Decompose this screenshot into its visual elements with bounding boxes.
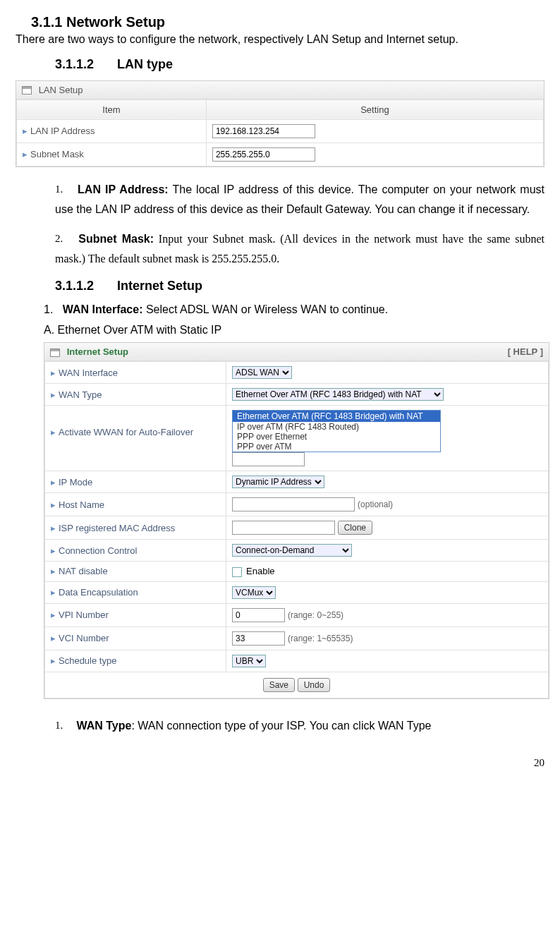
lan-mask-label: Subnet Mask (30, 149, 84, 159)
col-item-header: Item (17, 99, 207, 119)
sched-label: Schedule type (59, 655, 116, 666)
undo-button[interactable]: Undo (298, 678, 331, 692)
bullet-text: WAN Type: WAN connection type of your IS… (76, 720, 431, 732)
bullet-strong: WAN Type (76, 720, 131, 732)
row-wan-interface: ▸WAN Interface ADSL WAN (45, 362, 549, 384)
sched-select[interactable]: UBR (232, 655, 266, 667)
internet-subheading: 3.1.1.2 Internet Setup (55, 279, 544, 293)
arrow-icon: ▸ (51, 477, 56, 487)
wan-type-select[interactable]: Ethernet Over ATM (RFC 1483 Bridged) wit… (232, 388, 444, 401)
lan-ip-input[interactable] (212, 124, 315, 138)
clone-button[interactable]: Clone (338, 521, 372, 535)
host-hint: (optional) (358, 499, 393, 509)
wwan-extra-input[interactable] (232, 452, 305, 466)
row-ip-mode: ▸IP Mode Dynamic IP Address (45, 471, 549, 493)
vci-input[interactable] (232, 631, 285, 646)
bullet-strong: LAN IP Address: (78, 183, 169, 195)
bullet-body: : WAN connection type of your ISP. You c… (131, 720, 431, 732)
bullet-text: Subnet Mask: Input your Subnet mask. (Al… (55, 233, 544, 265)
row-data-encap: ▸Data Encapsulation VCMux (45, 581, 549, 603)
lan-panel-title: LAN Setup (39, 85, 83, 95)
arrow-icon: ▸ (51, 587, 56, 598)
lan-panel-titlebar: LAN Setup (16, 81, 544, 99)
internet-bullet-1: 1. WAN Interface: Select ADSL WAN or Wir… (44, 302, 544, 317)
row-nat-disable: ▸NAT disable Enable (45, 562, 549, 582)
help-link[interactable]: [ HELP ] (508, 346, 543, 357)
save-button[interactable]: Save (263, 678, 295, 692)
wan-type-dropdown-open[interactable]: Ethernet Over ATM (RFC 1483 Bridged) wit… (232, 410, 441, 452)
arrow-icon: ▸ (51, 545, 56, 556)
internet-heading-title: Internet Setup (117, 279, 202, 293)
ipmode-select[interactable]: Dynamic IP Address (232, 476, 324, 488)
lan-ip-label: LAN IP Address (30, 126, 95, 136)
conn-select[interactable]: Connect-on-Demand (232, 544, 352, 557)
lan-bullet-2: 2. Subnet Mask: Input your Subnet mask. … (55, 229, 544, 269)
mac-input[interactable] (232, 521, 335, 535)
arrow-icon: ▸ (51, 655, 56, 666)
lan-row-ip: ▸LAN IP Address (17, 119, 544, 143)
vpi-label: VPI Number (59, 610, 109, 620)
encap-select[interactable]: VCMux (232, 586, 276, 599)
row-connection-control: ▸Connection Control Connect-on-Demand (45, 540, 549, 562)
lan-table: Item Setting ▸LAN IP Address ▸Subnet Mas… (16, 99, 544, 166)
wan-if-select[interactable]: ADSL WAN (232, 366, 292, 379)
col-setting-header: Setting (206, 99, 543, 119)
arrow-icon: ▸ (51, 389, 56, 400)
page-number: 20 (16, 757, 544, 769)
ipmode-label: IP Mode (59, 477, 92, 487)
row-wan-type: ▸WAN Type Ethernet Over ATM (RFC 1483 Br… (45, 384, 549, 406)
nat-checkbox[interactable] (232, 567, 242, 577)
wan-type-label: WAN Type (59, 389, 102, 400)
dropdown-selected[interactable]: Ethernet Over ATM (RFC 1483 Bridged) wit… (233, 411, 440, 422)
host-input[interactable] (232, 497, 355, 511)
trailing-bullet-1: 1. WAN Type: WAN connection type of your… (55, 716, 544, 736)
arrow-icon: ▸ (23, 126, 28, 136)
arrow-icon: ▸ (51, 427, 56, 437)
section-number: 3.1.1 (31, 14, 62, 30)
host-label: Host Name (59, 499, 104, 510)
lan-mask-label-cell: ▸Subnet Mask (17, 143, 207, 166)
section-intro: There are two ways to configure the netw… (16, 32, 544, 47)
lan-bullet-1: 1. LAN IP Address: The local IP address … (55, 180, 544, 219)
row-vpi: ▸VPI Number (range: 0~255) (45, 603, 549, 626)
internet-heading-num: 3.1.1.2 (55, 279, 94, 293)
arrow-icon: ▸ (23, 149, 28, 159)
arrow-icon: ▸ (51, 633, 56, 643)
lan-subheading: 3.1.1.2 LAN type (55, 57, 544, 72)
row-wwan-failover: ▸Activate WWAN for Auto-Failover Etherne… (45, 406, 549, 471)
lan-heading-num: 3.1.1.2 (55, 57, 94, 72)
internet-panel-titlebar: Internet Setup [ HELP ] (44, 343, 549, 361)
arrow-icon: ▸ (51, 368, 56, 378)
bullet-text: LAN IP Address: The local IP address of … (55, 183, 544, 215)
row-host-name: ▸Host Name (optional) (45, 493, 549, 516)
row-schedule: ▸Schedule type UBR (45, 650, 549, 672)
bullet-body: Select ADSL WAN or Wireless WAN to conti… (142, 303, 388, 315)
lan-mask-input[interactable] (212, 147, 315, 162)
bullet-strong: WAN Interface: (63, 303, 143, 315)
internet-setup-panel: Internet Setup [ HELP ] ▸WAN Interface A… (44, 342, 549, 699)
lan-header-row: Item Setting (17, 99, 544, 119)
bullet-strong: Subnet Mask: (78, 233, 154, 245)
lan-ip-label-cell: ▸LAN IP Address (17, 119, 207, 143)
lan-bullets: 1. LAN IP Address: The local IP address … (55, 180, 544, 269)
vpi-input[interactable] (232, 608, 285, 622)
bullet-num: 1. (44, 303, 53, 315)
bullet-num: 1. (55, 180, 73, 198)
bullet-num: 2. (55, 229, 73, 248)
internet-table: ▸WAN Interface ADSL WAN ▸WAN Type Ethern… (44, 361, 549, 698)
vci-hint: (range: 1~65535) (288, 634, 353, 643)
mac-label: ISP registered MAC Address (59, 523, 175, 533)
nat-enable-label: Enable (246, 566, 274, 576)
wwan-label: Activate WWAN for Auto-Failover (59, 427, 193, 437)
dropdown-option[interactable]: PPP over ATM (233, 441, 296, 452)
conn-label: Connection Control (59, 545, 137, 556)
vci-label: VCI Number (59, 633, 109, 643)
section-heading: 3.1.1 Network Setup (31, 14, 544, 30)
lan-row-mask: ▸Subnet Mask (17, 143, 544, 166)
arrow-icon: ▸ (51, 610, 56, 620)
wan-if-label: WAN Interface (59, 368, 118, 378)
window-icon (22, 86, 32, 95)
lan-mask-setting-cell (206, 143, 543, 166)
trailing-bullets: 1. WAN Type: WAN connection type of your… (55, 716, 544, 736)
nat-label: NAT disable (59, 566, 108, 576)
